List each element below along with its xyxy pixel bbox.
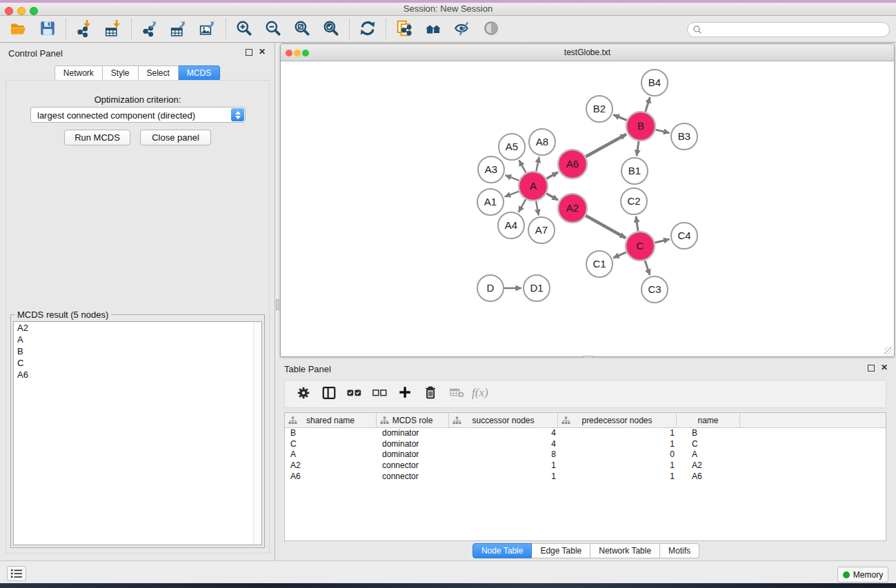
table-row[interactable]: Bdominator41B [285,428,886,439]
mcds-result-list[interactable]: A2ABCA6 [13,321,262,545]
refresh-layout-button[interactable] [353,18,382,40]
node-C[interactable]: C [626,232,655,261]
sash-grip-left-icon[interactable] [276,299,279,310]
result-list-item[interactable]: A2 [14,322,261,334]
node-B2[interactable]: B2 [586,96,613,122]
open-session-button[interactable] [4,18,33,40]
minimize-window-traffic-light[interactable] [17,7,26,15]
node-B[interactable]: B [626,112,655,141]
table-tab-motifs[interactable]: Motifs [660,543,699,558]
control-panel-close-icon[interactable]: ✕ [259,47,266,57]
table-row[interactable]: Adominator80A [285,449,886,460]
tab-network[interactable]: Network [54,65,103,81]
maximize-window-traffic-light[interactable] [30,7,38,15]
column-header-name[interactable]: name [677,413,740,428]
table-tab-node-table[interactable]: Node Table [472,543,532,558]
node-B1[interactable]: B1 [621,158,648,184]
run-mcds-button[interactable]: Run MCDS [64,130,130,145]
memory-button[interactable]: Memory [837,567,888,582]
node-A5[interactable]: A5 [499,134,525,160]
export-table-button[interactable] [164,18,193,40]
import-network-button[interactable] [70,18,99,40]
tab-select[interactable]: Select [139,65,179,81]
result-list-scrollbar[interactable] [253,322,261,545]
edge-B-B3[interactable] [655,130,669,133]
network-graph-canvas[interactable]: B4B2BB3A8A5A6B1A3AA1C2A2A4A7C4CC1C3DD1 [281,61,894,356]
edge-C-C1[interactable] [613,252,626,258]
zoom-selected-button[interactable] [317,18,346,40]
edge-A6-B[interactable] [586,134,626,157]
control-panel-float-icon[interactable] [246,49,252,56]
node-A6[interactable]: A6 [558,150,587,179]
edge-C-C2[interactable] [636,216,638,231]
close-window-traffic-light[interactable] [5,7,13,15]
column-header-mcds-role[interactable]: MCDS role [377,413,449,428]
node-A2[interactable]: A2 [558,194,587,223]
import-table-button[interactable] [99,18,128,40]
edge-C-C4[interactable] [655,239,669,243]
node-A3[interactable]: A3 [478,156,504,183]
node-A8[interactable]: A8 [529,129,555,155]
node-A[interactable]: A [519,172,548,201]
node-A4[interactable]: A4 [498,212,524,239]
edge-A-A3[interactable] [506,175,519,181]
network-window-close-traffic-light[interactable] [286,50,292,57]
node-B4[interactable]: B4 [641,70,668,96]
column-header-successor-nodes[interactable]: successor nodes [449,413,558,428]
tab-style[interactable]: Style [103,65,139,81]
tab-mcds[interactable]: MCDS [179,65,220,81]
node-A1[interactable]: A1 [477,189,504,215]
window-resize-grip-icon[interactable] [884,347,893,356]
hide-graphics-details-button[interactable] [448,18,477,40]
node-D1[interactable]: D1 [524,275,550,301]
edge-A-A1[interactable] [505,192,519,197]
table-row[interactable]: Cdominator41C [285,439,886,450]
criterion-dropdown[interactable]: largest connected component (directed) [30,107,246,123]
show-graphics-details-button[interactable] [477,18,506,40]
export-image-button[interactable] [193,18,222,40]
edge-A-A7[interactable] [536,201,539,216]
table-row[interactable]: A6connector11A6 [285,472,886,483]
search-input[interactable] [687,22,890,37]
node-D[interactable]: D [477,275,504,301]
network-window-minimize-traffic-light[interactable] [294,50,301,57]
table-panel-close-icon[interactable]: ✕ [881,363,888,372]
add-column-button[interactable] [394,383,417,405]
edge-A-A2[interactable] [546,194,558,201]
edge-A-A6[interactable] [546,172,558,179]
zoom-in-button[interactable] [230,18,259,40]
edge-A-A4[interactable] [519,199,526,212]
table-tab-network-table[interactable]: Network Table [590,543,660,558]
result-list-item[interactable]: C [14,357,261,369]
select-all-button[interactable] [343,383,366,405]
result-list-item[interactable]: A [14,334,261,345]
node-C3[interactable]: C3 [641,276,668,303]
task-history-button[interactable] [7,566,26,581]
edge-A-A5[interactable] [519,160,526,172]
network-window-title-bar[interactable]: testGlobe.txt [281,44,894,61]
table-tab-edge-table[interactable]: Edge Table [532,543,590,558]
table-panel-float-icon[interactable] [868,365,875,372]
close-panel-button[interactable]: Close panel [140,130,211,145]
node-C2[interactable]: C2 [621,188,647,214]
result-list-item[interactable]: A6 [14,369,261,381]
show-columns-button[interactable] [317,383,341,405]
edge-C-C3[interactable] [645,261,650,275]
network-window[interactable]: testGlobe.txt B4B2BB3A8A5A6B1A3AA1C2A2A4… [280,43,895,357]
home-button[interactable] [419,18,448,40]
node-B3[interactable]: B3 [671,123,697,150]
zoom-fit-button[interactable] [288,18,317,40]
save-session-button[interactable] [33,18,62,40]
zoom-out-button[interactable] [259,18,288,40]
result-list-item[interactable]: B [14,345,261,357]
edge-A2-C[interactable] [586,216,626,239]
node-C4[interactable]: C4 [671,223,697,249]
export-network-button[interactable] [135,18,164,40]
settings-gear-button[interactable] [292,383,315,405]
edge-B-B1[interactable] [637,141,639,156]
delete-column-button[interactable] [419,383,443,405]
edge-B-B2[interactable] [613,115,626,121]
edge-A-A8[interactable] [536,157,539,172]
column-header-predecessor-nodes[interactable]: predecessor nodes [558,413,677,428]
column-header-shared-name[interactable]: shared name [285,413,377,428]
